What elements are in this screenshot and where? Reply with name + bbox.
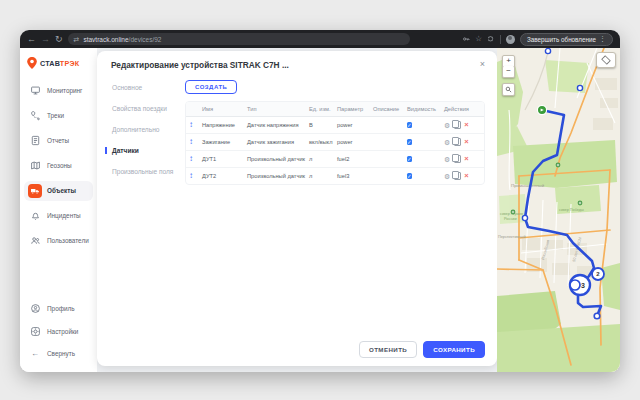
settings-gear-icon[interactable]: ⚙: [444, 173, 450, 180]
copy-icon[interactable]: [454, 121, 461, 129]
table-row: ↕ Зажигание Датчик зажигания вкл/выкл po…: [186, 134, 484, 151]
map-search-button[interactable]: [502, 83, 515, 96]
finish-update-button[interactable]: Завершить обновление ⋮: [520, 33, 613, 46]
cell-param: fuel2: [337, 156, 373, 162]
delete-x-icon[interactable]: ×: [464, 172, 468, 180]
delete-x-icon[interactable]: ×: [464, 121, 468, 129]
close-icon[interactable]: ×: [480, 60, 485, 69]
browser-toolbar: ← → ↻ ⇄ stavtrack.online/devices/92 ☆ За…: [20, 30, 620, 48]
report-icon: [28, 134, 42, 148]
extensions-puzzle-icon[interactable]: [487, 35, 495, 43]
sidebar-item-monitoring[interactable]: Мониторинг: [24, 81, 93, 101]
tab-custom-fields[interactable]: Произвольные поля: [105, 168, 185, 175]
forward-icon[interactable]: →: [41, 35, 50, 44]
cell-type: Датчик зажигания: [247, 139, 309, 145]
drag-handle-icon[interactable]: ↕: [189, 155, 202, 163]
cell-type: Датчик напряжения: [247, 122, 309, 128]
settings-gear-icon[interactable]: ⚙: [444, 122, 450, 129]
logo-text: СТАВТРЭК: [40, 59, 79, 68]
col-header-unit: Ед. изм.: [309, 106, 337, 112]
copy-icon[interactable]: [454, 138, 461, 146]
cluster-marker[interactable]: 3: [570, 275, 590, 295]
visibility-checkbox[interactable]: ✓: [407, 139, 412, 145]
settings-gear-icon[interactable]: ⚙: [444, 156, 450, 163]
col-header-description: Описание: [373, 106, 407, 112]
sidebar-item-label: Отчеты: [47, 137, 69, 144]
url-text: stavtrack.online/devices/92: [83, 36, 161, 43]
settings-icon: [28, 324, 42, 338]
sidebar-item-profile[interactable]: Профиль: [24, 299, 93, 319]
tab-additional[interactable]: Дополнительно: [105, 126, 185, 133]
sidebar-item-settings[interactable]: Настройки: [24, 321, 93, 341]
browser-window: ← → ↻ ⇄ stavtrack.online/devices/92 ☆ За…: [20, 30, 620, 372]
tune-icon: ⇄: [74, 36, 80, 43]
sidebar-item-label: Треки: [47, 112, 64, 119]
col-header-visibility: Видимость: [407, 106, 444, 112]
visibility-checkbox[interactable]: ✓: [407, 173, 412, 179]
menu-kebab-icon[interactable]: ⋮: [599, 35, 606, 43]
col-header-name: Имя: [202, 106, 247, 112]
drag-handle-icon[interactable]: ↕: [189, 172, 202, 180]
map-layers-button[interactable]: [596, 52, 616, 68]
profile-avatar[interactable]: [506, 35, 515, 44]
sidebar-item-reports[interactable]: Отчеты: [24, 131, 93, 151]
app-body: СТАВТРЭК Мониторинг Треки Отчеты Геозоны: [20, 48, 620, 372]
map-tiles: Промышленный сквер Победы сквер Героев Р…: [497, 48, 620, 372]
content-area: Редактирование устройства SITRAK C7H ...…: [97, 48, 497, 372]
reload-icon[interactable]: ↻: [55, 35, 63, 44]
back-icon[interactable]: ←: [27, 35, 36, 44]
monitor-icon: [28, 84, 42, 98]
sidebar-item-geofences[interactable]: Геозоны: [24, 156, 93, 176]
settings-gear-icon[interactable]: ⚙: [444, 139, 450, 146]
visibility-checkbox[interactable]: ✓: [407, 122, 412, 128]
start-marker[interactable]: [537, 105, 546, 114]
map-canvas[interactable]: Промышленный сквер Победы сквер Героев Р…: [497, 48, 620, 372]
edit-device-modal: Редактирование устройства SITRAK C7H ...…: [97, 51, 497, 366]
drag-handle-icon[interactable]: ↕: [189, 121, 202, 129]
sidebar-item-users[interactable]: Пользователи: [24, 231, 93, 251]
tab-main[interactable]: Основное: [105, 84, 185, 91]
visibility-checkbox[interactable]: ✓: [407, 156, 412, 162]
sidebar-item-label: Настройки: [47, 328, 78, 335]
logo[interactable]: СТАВТРЭК: [20, 53, 97, 78]
create-button[interactable]: СОЗДАТЬ: [185, 80, 237, 94]
map-zoom-out-button[interactable]: −: [502, 66, 515, 78]
cell-unit: л: [309, 156, 337, 162]
tab-sensors[interactable]: Датчики: [105, 147, 185, 154]
drag-handle-icon[interactable]: ↕: [189, 138, 202, 146]
table-row: ↕ Напряжение Датчик напряжения В power ✓…: [186, 117, 484, 134]
address-bar[interactable]: ⇄ stavtrack.online/devices/92: [68, 33, 410, 45]
url-host: stavtrack.online: [83, 36, 128, 43]
table-row: ↕ ДУТ1 Произвольный датчик л fuel2 ✓ ⚙×: [186, 151, 484, 168]
bookmark-star-icon[interactable]: ☆: [475, 35, 482, 43]
password-key-icon[interactable]: [462, 35, 470, 43]
bell-icon: [28, 209, 42, 223]
modal-header: Редактирование устройства SITRAK C7H ...…: [105, 60, 485, 70]
cell-unit: л: [309, 173, 337, 179]
col-header-param: Параметр: [337, 106, 373, 112]
sidebar-item-collapse[interactable]: ← Свернуть: [24, 344, 93, 364]
col-header-type: Тип: [247, 106, 309, 112]
sidebar-item-label: Мониторинг: [47, 87, 82, 94]
collapse-arrow-icon: ←: [28, 347, 42, 361]
delete-x-icon[interactable]: ×: [464, 155, 468, 163]
cancel-button[interactable]: ОТМЕНИТЬ: [359, 341, 417, 358]
save-button[interactable]: СОХРАНИТЬ: [423, 341, 485, 358]
sidebar-item-incidents[interactable]: Инциденты: [24, 206, 93, 226]
sidebar: СТАВТРЭК Мониторинг Треки Отчеты Геозоны: [20, 48, 97, 372]
sidebar-item-objects[interactable]: Объекты: [24, 181, 93, 201]
delete-x-icon[interactable]: ×: [464, 138, 468, 146]
copy-icon[interactable]: [454, 155, 461, 163]
copy-icon[interactable]: [454, 172, 461, 180]
cluster-marker[interactable]: 2: [592, 268, 604, 280]
toolbar-divider: [500, 35, 501, 44]
sidebar-item-label: Профиль: [47, 305, 75, 312]
sidebar-item-tracks[interactable]: Треки: [24, 106, 93, 126]
vehicle-icon: [28, 184, 42, 198]
tab-trip-properties[interactable]: Свойства поездки: [105, 105, 185, 112]
cell-name: ДУТ2: [202, 173, 247, 179]
users-icon: [28, 234, 42, 248]
track-pin-icon: [28, 109, 42, 123]
sidebar-item-label: Геозоны: [47, 162, 72, 169]
table-header-row: Имя Тип Ед. изм. Параметр Описание Видим…: [186, 102, 484, 117]
